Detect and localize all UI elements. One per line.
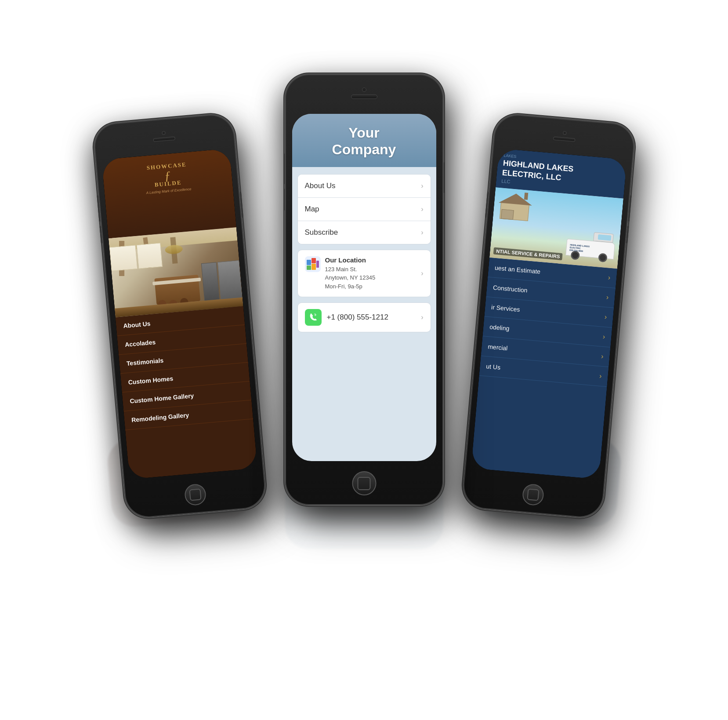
chevron-icon-remodeling: ›	[602, 333, 605, 341]
camera-icon-left	[162, 131, 166, 135]
phone-right-top	[553, 124, 576, 142]
center-menu-about[interactable]: About Us ›	[298, 175, 431, 198]
phone-left-home-button[interactable]	[184, 483, 206, 506]
phone-left-home-inner	[189, 488, 201, 501]
camera-icon-center	[362, 87, 366, 92]
location-address: 123 Main St.	[325, 265, 376, 274]
chevron-icon-construction: ›	[606, 293, 609, 301]
left-menu: About Us Accolades Testimonials Custom H…	[115, 306, 257, 479]
location-title: Our Location	[325, 256, 376, 264]
right-menu: uest an Estimate › Construction › ir Ser…	[471, 258, 617, 479]
speaker-right	[553, 136, 575, 142]
center-header: YourCompany	[292, 114, 436, 167]
phones-scene: SHOWCASE ƒ BUILDE A Lasting Mark of Exce…	[101, 74, 628, 646]
right-screen: LAKES HIGHLAND LAKESELECTRIC, LLC LLC	[471, 149, 627, 480]
location-text: Our Location 123 Main St. Anytown, NY 12…	[325, 256, 376, 291]
svg-rect-5	[316, 261, 319, 268]
phone-center-top	[351, 81, 377, 99]
center-phone-number: +1 (800) 555-1212	[327, 313, 388, 322]
phone-icon-green	[305, 309, 322, 326]
center-screen: YourCompany About Us › Map › Subscribe ›	[292, 114, 436, 461]
speaker-center	[351, 95, 377, 99]
svg-rect-1	[307, 260, 311, 265]
phone-left-top	[152, 124, 175, 142]
center-menu-group: About Us › Map › Subscribe ›	[297, 174, 431, 244]
camera-icon-right	[563, 131, 567, 135]
svg-rect-4	[311, 264, 316, 270]
left-kitchen-image	[108, 227, 243, 317]
phone-left-inner: SHOWCASE ƒ BUILDE A Lasting Mark of Exce…	[101, 149, 257, 480]
center-menu-subscribe[interactable]: Subscribe ›	[298, 221, 431, 244]
chevron-icon-about: ›	[421, 182, 423, 190]
location-hours: Mon-Fri, 9a-5p	[325, 282, 376, 291]
phone-right-home-button[interactable]	[522, 483, 544, 506]
phone-right-home-inner	[527, 488, 539, 501]
svg-rect-2	[311, 258, 316, 263]
right-hero-image: HIGHLAND LAKES ELECTRIC830-220-4800 NTIA…	[489, 188, 623, 269]
center-menu-map[interactable]: Map ›	[298, 198, 431, 221]
phone-center-home-inner	[358, 477, 371, 490]
chevron-icon-location: ›	[421, 269, 423, 277]
location-city: Anytown, NY 12345	[325, 273, 376, 282]
phone-center-home-button[interactable]	[352, 471, 376, 495]
phone-right-inner: LAKES HIGHLAND LAKESELECTRIC, LLC LLC	[471, 149, 627, 480]
phone-center-inner: YourCompany About Us › Map › Subscribe ›	[292, 114, 436, 461]
center-location-group[interactable]: Our Location 123 Main St. Anytown, NY 12…	[297, 250, 431, 298]
map-pin-icon	[305, 256, 321, 272]
center-phone-group[interactable]: +1 (800) 555-1212 ›	[297, 302, 431, 332]
left-header: SHOWCASE ƒ BUILDE A Lasting Mark of Exce…	[101, 149, 236, 239]
van-illustration: HIGHLAND LAKES ELECTRIC830-220-4800	[565, 229, 616, 259]
center-company-title: YourCompany	[299, 124, 429, 158]
house-illustration	[497, 192, 534, 222]
phone-center: YourCompany About Us › Map › Subscribe ›	[285, 74, 443, 505]
phone-call-icon	[308, 313, 318, 322]
chevron-icon-subscribe: ›	[421, 229, 423, 236]
speaker-left	[153, 136, 175, 142]
svg-rect-3	[307, 265, 311, 270]
chevron-icon-estimate: ›	[608, 274, 611, 282]
chevron-icon-phone: ›	[421, 313, 423, 321]
chevron-icon-commercial: ›	[601, 353, 604, 360]
chevron-icon-map: ›	[421, 205, 423, 213]
left-screen: SHOWCASE ƒ BUILDE A Lasting Mark of Exce…	[101, 149, 257, 480]
chevron-icon-about-right: ›	[599, 372, 602, 380]
chevron-icon-repair: ›	[604, 313, 607, 321]
